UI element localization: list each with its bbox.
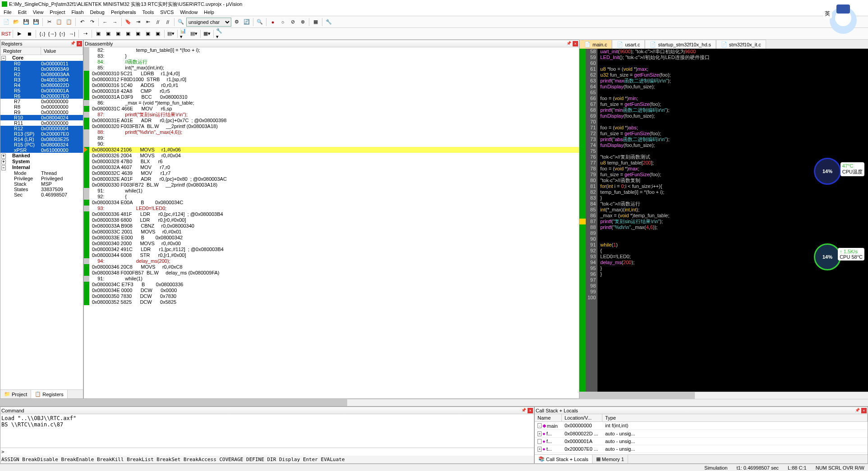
- register-row[interactable]: R14 (LR)0x08003E25: [0, 137, 83, 142]
- register-row[interactable]: R30x40013804: [0, 77, 83, 82]
- register-row[interactable]: R20x080003AA: [0, 72, 83, 77]
- disasm-line[interactable]: 0x0800033E E000 B 0x08000342: [84, 235, 579, 241]
- register-row[interactable]: R120x00000004: [0, 126, 83, 131]
- command-win-icon[interactable]: ▣: [94, 29, 103, 38]
- disasm-line[interactable]: 0x08000330 F003FB72 BL.W __2printf (0x08…: [84, 182, 579, 188]
- disasm-line[interactable]: 0x08000310 5C21 LDRB r1,[r4,r0]: [84, 71, 579, 77]
- register-group[interactable]: +Banked: [0, 153, 83, 159]
- disasm-line[interactable]: 0x0800031C 466E MOV r6,sp: [84, 106, 579, 112]
- close-icon[interactable]: ×: [77, 41, 82, 46]
- new-file-icon[interactable]: 📄: [2, 18, 11, 27]
- disasm-line[interactable]: 90:: [84, 141, 579, 147]
- register-row[interactable]: xPSR0x61000000: [0, 147, 83, 153]
- register-row[interactable]: R110x00000000: [0, 120, 83, 126]
- h-scrollbar[interactable]: [0, 399, 868, 406]
- memory-win-icon[interactable]: ▣: [153, 29, 162, 38]
- locals-row[interactable]: +●t...0x200007E0 ...auto - unsig...: [535, 445, 868, 453]
- watch-type-combo[interactable]: unsigned char: [186, 18, 231, 27]
- disasm-line[interactable]: 0x0800032A 4607 MOV r7,r0: [84, 165, 579, 170]
- source-tab[interactable]: 📄stm32f10x_it.c: [716, 40, 766, 49]
- disasm-line[interactable]: 82: temp_fun_table[i] = *(foo + i);: [84, 47, 579, 53]
- pin-icon[interactable]: 📌: [855, 408, 860, 413]
- menu-help[interactable]: Help: [204, 9, 214, 15]
- run-to-cursor-icon[interactable]: →|: [68, 29, 77, 38]
- disasm-line[interactable]: 0x08000344 6008 STR r0,[r1,#0x00]: [84, 252, 579, 258]
- disasm-line[interactable]: 94: delay_ms(200);: [84, 258, 579, 264]
- breakpoint-enable-icon[interactable]: ○: [278, 18, 287, 27]
- register-group[interactable]: +System: [0, 159, 83, 165]
- disasm-line[interactable]: 0x08000336 481F LDR r0,[pc,#124] ; @0x08…: [84, 211, 579, 217]
- disasm-line[interactable]: 0x08000326 2004 MOVS r0,#0x04: [84, 153, 579, 159]
- close-icon[interactable]: ×: [861, 408, 867, 413]
- disasm-line[interactable]: 0x0800034E 0000 DCW 0x0000: [84, 288, 579, 293]
- callstack-win-icon[interactable]: ▣: [133, 29, 142, 38]
- disasm-line[interactable]: 0x0800031E A01E ADR r0,{pc}+0x7C ; @0x08…: [84, 118, 579, 123]
- refresh-icon[interactable]: 🔄: [242, 18, 251, 27]
- register-row[interactable]: R90x00000000: [0, 110, 83, 115]
- pin-icon[interactable]: 📌: [70, 41, 76, 46]
- disasm-win-icon[interactable]: ▣: [104, 29, 113, 38]
- disasm-line[interactable]: 0x0800033C 2001 MOVS r0,#0x01: [84, 229, 579, 235]
- bookmark-icon[interactable]: 🔖: [124, 18, 133, 27]
- register-row[interactable]: R80x00000000: [0, 104, 83, 110]
- source-tab[interactable]: 📄main.c: [579, 40, 612, 49]
- callstack-tab[interactable]: 📚Call Stack + Locals: [535, 455, 592, 463]
- symbol-win-icon[interactable]: ▣: [114, 29, 123, 38]
- disasm-line[interactable]: 0x0800032C 4639 MOV r1,r7: [84, 170, 579, 176]
- tools-icon[interactable]: 🔧: [324, 18, 333, 27]
- disasm-line[interactable]: 0x0800033A B908 CBNZ r0,0x08000340: [84, 223, 579, 229]
- window-layout-icon[interactable]: ▦: [311, 18, 320, 27]
- nav-fwd-icon[interactable]: →: [110, 18, 119, 27]
- disasm-line[interactable]: 88: printf("%d\r\n",_max(4,6));: [84, 129, 579, 135]
- breakpoint-disable-icon[interactable]: ⊘: [288, 18, 297, 27]
- register-row[interactable]: R70x00000000: [0, 99, 83, 104]
- locals-row[interactable]: ●f...0x0000001Aauto - unsig...: [535, 438, 868, 445]
- disasm-line[interactable]: 0x08000350 7830 DCW 0x7830: [84, 293, 579, 299]
- disasm-line[interactable]: 84: //函数运行: [84, 59, 579, 65]
- register-row[interactable]: R15 (PC)0x08000324: [0, 142, 83, 147]
- trace-win-icon[interactable]: ▤▾: [189, 29, 198, 38]
- disasm-line[interactable]: 0x0800034C E7F3 B 0x08000336: [84, 282, 579, 288]
- debug-config-icon[interactable]: ⚙: [232, 18, 241, 27]
- reset-icon[interactable]: RST: [2, 29, 11, 38]
- menu-debug[interactable]: Debug: [90, 9, 105, 15]
- disasm-line[interactable]: 0x08000348 F000FB57 BL.W delay_ms (0x080…: [84, 270, 579, 276]
- indent-icon[interactable]: ⇥: [133, 18, 142, 27]
- disasm-line[interactable]: 85: int(*_max)(int,int);: [84, 65, 579, 71]
- disasm-line[interactable]: 0x08000342 491C LDR r1,[pc,#112] ; @0x08…: [84, 247, 579, 252]
- register-group[interactable]: −Internal: [0, 165, 83, 170]
- register-row[interactable]: R13 (SP)0x200007E0: [0, 131, 83, 137]
- disasm-line[interactable]: 89:: [84, 135, 579, 141]
- undo-icon[interactable]: ↶: [78, 18, 87, 27]
- save-icon[interactable]: 💾: [22, 18, 31, 27]
- project-tab[interactable]: 📁Project: [0, 390, 31, 398]
- breakpoint-kill-icon[interactable]: ⊗: [298, 18, 307, 27]
- memory-tab[interactable]: ▦Memory 1: [592, 455, 628, 463]
- register-row[interactable]: R100x08004024: [0, 115, 83, 120]
- menu-view[interactable]: View: [33, 9, 44, 15]
- disasm-line[interactable]: 0x08000328 47B0 BLX r6: [84, 159, 579, 165]
- register-row[interactable]: R10x000003A9: [0, 66, 83, 72]
- register-row[interactable]: R60x200007E0: [0, 93, 83, 99]
- disasm-line[interactable]: 93: LED0=!LED0;: [84, 206, 579, 211]
- disasm-line[interactable]: 0x08000318 42A8 CMP r0,r5: [84, 88, 579, 94]
- disasm-line[interactable]: 0x0800031A D3F9 BCC 0x08000310: [84, 94, 579, 100]
- disasm-line[interactable]: 0x08000346 20C8 MOVS r0,#0xC8: [84, 264, 579, 270]
- source-body[interactable]: 5859606162636465666768697071727374757677…: [579, 49, 868, 392]
- pin-icon[interactable]: 📌: [566, 41, 572, 46]
- breakpoint-toggle-icon[interactable]: ●: [268, 18, 277, 27]
- disasm-line[interactable]: 83: }: [84, 53, 579, 59]
- disasm-line[interactable]: 87: printf("复刻sin运行结果\r\n");: [84, 112, 579, 118]
- serial-win-icon[interactable]: ▤▾: [166, 29, 175, 38]
- locals-row[interactable]: +●f...0x0800022D ...auto - unsig...: [535, 430, 868, 438]
- copy-icon[interactable]: 📋: [55, 18, 64, 27]
- disasm-line[interactable]: 0x08000338 6800 LDR r0,[r0,#0x00]: [84, 217, 579, 223]
- menu-peripherals[interactable]: Peripherals: [111, 9, 136, 15]
- step-out-icon[interactable]: {↑}: [58, 29, 67, 38]
- register-row[interactable]: R00x00000011: [0, 61, 83, 66]
- uncomment-icon[interactable]: //: [163, 18, 172, 27]
- source-tab[interactable]: 📄startup_stm32f10x_hd.s: [645, 40, 716, 49]
- disassembly-body[interactable]: 82: temp_fun_table[i] = *(foo + i); 83: …: [84, 47, 579, 398]
- open-file-icon[interactable]: 📂: [12, 18, 21, 27]
- cut-icon[interactable]: ✂: [45, 18, 54, 27]
